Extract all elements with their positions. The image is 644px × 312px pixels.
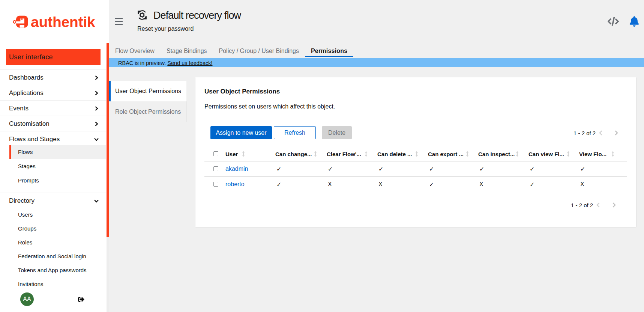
- svg-text:authentik: authentik: [31, 14, 95, 30]
